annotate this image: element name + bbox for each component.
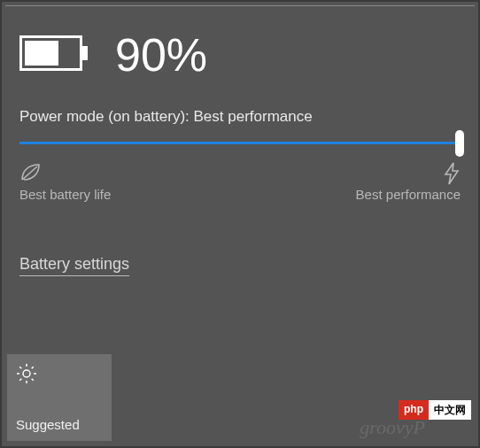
battery-header: 90% — [2, 2, 478, 99]
slider-labels: Best battery life Best performance — [2, 144, 478, 202]
battery-percent: 90% — [115, 28, 207, 81]
slider-right-label: Best performance — [356, 187, 461, 202]
battery-settings-link[interactable]: Battery settings — [19, 255, 129, 276]
quick-actions: Suggested — [7, 354, 112, 441]
lightning-icon — [443, 162, 461, 183]
svg-line-10 — [19, 379, 21, 381]
brightness-tile-label: Suggested — [16, 417, 103, 432]
brightness-icon — [16, 363, 103, 388]
svg-rect-2 — [25, 41, 58, 66]
svg-rect-1 — [82, 46, 88, 60]
power-mode-slider[interactable] — [2, 126, 478, 144]
power-mode-label: Power mode (on battery): Best performanc… — [2, 108, 478, 126]
slider-left-label: Best battery life — [19, 187, 111, 202]
site-badge: php 中文网 — [399, 400, 471, 420]
slider-track — [19, 142, 461, 144]
leaf-icon — [19, 162, 111, 183]
slider-left-end: Best battery life — [19, 162, 111, 202]
slider-thumb[interactable] — [455, 130, 464, 157]
svg-line-8 — [19, 367, 21, 368]
badge-left: php — [399, 400, 429, 420]
slider-right-end: Best performance — [356, 162, 461, 202]
badge-right: 中文网 — [429, 400, 471, 420]
svg-point-3 — [23, 370, 30, 377]
svg-line-11 — [32, 367, 34, 368]
battery-icon — [19, 35, 89, 74]
brightness-tile[interactable]: Suggested — [7, 354, 112, 441]
svg-line-9 — [32, 379, 34, 381]
